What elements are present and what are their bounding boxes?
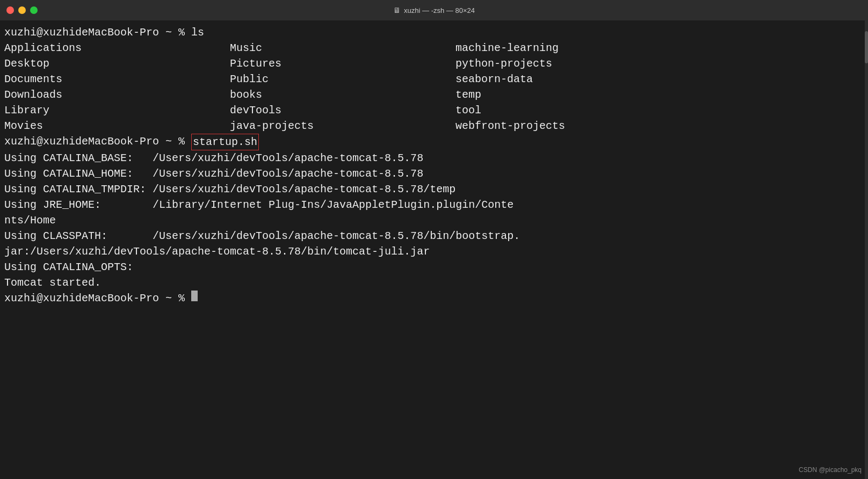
scrollbar[interactable] [865,20,868,479]
ls-item-downloads: Downloads [4,87,230,103]
ls-item-books: books [230,87,455,103]
terminal-window: 🖥 xuzhi — -zsh — 80×24 xuzhi@xuzhideMacB… [0,0,868,479]
minimize-button[interactable] [18,6,26,14]
final-prompt-line: xuzhi@xuzhideMacBook-Pro ~ % [4,291,864,306]
ls-item-music: Music [230,40,455,56]
output-catalina-opts: Using CATALINA_OPTS: [4,259,864,275]
title-bar-text: 🖥 xuzhi — -zsh — 80×24 [393,6,475,14]
terminal-body[interactable]: xuzhi@xuzhideMacBook-Pro ~ % ls Applicat… [0,20,868,479]
ls-item-temp: temp [455,87,864,103]
startup-command: startup.sh [191,134,259,150]
window-title: xuzhi — -zsh — 80×24 [404,6,475,14]
final-prompt: xuzhi@xuzhideMacBook-Pro ~ % [4,291,191,306]
ls-item-java-projects: java-projects [230,118,455,134]
output-catalina-tmpdir: Using CATALINA_TMPDIR: /Users/xuzhi/devT… [4,182,864,197]
ls-item-seaborn-data: seaborn-data [455,71,864,87]
prompt-ls: xuzhi@xuzhideMacBook-Pro ~ % ls [4,25,204,40]
ls-item-webfront-projects: webfront-projects [455,118,864,134]
ls-item-devtools: devTools [230,103,455,118]
startup-command-line: xuzhi@xuzhideMacBook-Pro ~ % startup.sh [4,134,864,150]
prompt2-prefix: xuzhi@xuzhideMacBook-Pro ~ % [4,134,191,150]
traffic-lights [6,6,38,14]
scrollbar-thumb[interactable] [865,31,868,63]
ls-item-python-projects: python-projects [455,56,864,71]
output-catalina-home: Using CATALINA_HOME: /Users/xuzhi/devToo… [4,166,864,182]
output-jre-home-1: Using JRE_HOME: /Library/Internet Plug-I… [4,197,864,213]
ls-item-tool: tool [455,103,864,118]
output-classpath-1: Using CLASSPATH: /Users/xuzhi/devTools/a… [4,228,864,244]
close-button[interactable] [6,6,14,14]
terminal-icon: 🖥 [393,6,401,14]
ls-item-movies: Movies [4,118,230,134]
ls-item-library: Library [4,103,230,118]
output-jre-home-2: nts/Home [4,213,864,228]
cursor [191,291,198,301]
output-tomcat-started: Tomcat started. [4,275,864,291]
ls-command-line: xuzhi@xuzhideMacBook-Pro ~ % ls [4,25,864,40]
maximize-button[interactable] [30,6,38,14]
output-classpath-2: jar:/Users/xuzhi/devTools/apache-tomcat-… [4,244,864,259]
ls-item-desktop: Desktop [4,56,230,71]
ls-item-documents: Documents [4,71,230,87]
title-bar: 🖥 xuzhi — -zsh — 80×24 [0,0,868,20]
ls-output: Applications Music machine-learning Desk… [4,40,864,134]
ls-item-public: Public [230,71,455,87]
output-catalina-base: Using CATALINA_BASE: /Users/xuzhi/devToo… [4,150,864,166]
ls-item-applications: Applications [4,40,230,56]
ls-item-pictures: Pictures [230,56,455,71]
ls-item-machine-learning: machine-learning [455,40,864,56]
watermark: CSDN @picacho_pkq [799,466,862,474]
